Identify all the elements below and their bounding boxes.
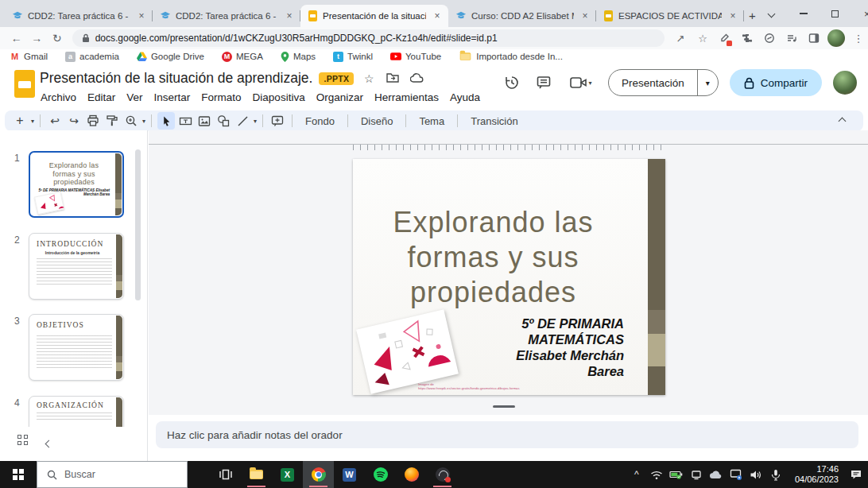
tab-cdd2-1[interactable]: CDD2: Tarea práctica 6 - Niv × xyxy=(5,5,153,27)
battery-icon[interactable] xyxy=(669,467,684,482)
speaker-icon[interactable] xyxy=(749,467,763,482)
insert-line-icon[interactable] xyxy=(234,112,251,130)
reload-icon[interactable]: ↻ xyxy=(47,28,68,48)
new-tab-button[interactable]: + xyxy=(749,5,756,25)
tab-presentacion-active[interactable]: Presentación de la situación × xyxy=(300,5,448,27)
tab-search-chevron-icon[interactable] xyxy=(756,0,788,27)
speaker-notes-input[interactable]: Haz clic para añadir notas del orador xyxy=(156,421,858,448)
present-button[interactable]: Presentación ▾ xyxy=(608,69,719,96)
menu-herramientas[interactable]: Herramientas xyxy=(369,89,444,106)
insert-comment-icon[interactable] xyxy=(269,112,286,130)
back-icon[interactable]: ← xyxy=(6,28,27,48)
zoom-caret-icon[interactable]: ▾ xyxy=(142,118,145,125)
select-tool-icon[interactable] xyxy=(157,112,175,130)
media-queue-icon[interactable] xyxy=(782,29,801,48)
tray-chevron-icon[interactable]: ^ xyxy=(630,467,644,482)
excel-button[interactable]: X xyxy=(272,461,303,488)
tab-close-icon[interactable]: × xyxy=(135,10,148,22)
taskbar-search-input[interactable]: Buscar xyxy=(37,461,188,488)
text-box-icon[interactable] xyxy=(176,112,194,130)
task-view-button[interactable] xyxy=(210,461,241,488)
chrome-button[interactable] xyxy=(303,461,334,488)
microphone-icon[interactable] xyxy=(769,467,783,482)
menu-ayuda[interactable]: Ayuda xyxy=(444,89,486,106)
address-bar[interactable]: docs.google.com/presentation/d/1wCKZugU3… xyxy=(72,29,665,47)
tab-espacios[interactable]: ESPACIOS DE ACTIVIDADES × xyxy=(596,5,744,27)
bookmark-mega[interactable]: MMEGA xyxy=(222,52,263,62)
present-options-caret-icon[interactable]: ▾ xyxy=(697,69,718,96)
menu-editar[interactable]: Editar xyxy=(82,89,121,106)
star-document-icon[interactable]: ☆ xyxy=(360,72,378,85)
onedrive-cloud-icon[interactable] xyxy=(709,467,723,482)
transition-button[interactable]: Transición xyxy=(463,115,525,127)
bookmark-gmail[interactable]: MGmail xyxy=(10,52,48,62)
tab-cdd2-2[interactable]: CDD2: Tarea práctica 6 - Niv × xyxy=(153,5,300,27)
move-to-folder-icon[interactable] xyxy=(384,72,401,85)
bookmark-folder-importado[interactable]: Importado desde In... xyxy=(459,52,563,61)
version-history-icon[interactable] xyxy=(502,72,522,93)
new-slide-caret-icon[interactable]: ▾ xyxy=(31,118,34,125)
menu-diapositiva[interactable]: Diapositiva xyxy=(247,89,311,106)
insert-shape-icon[interactable] xyxy=(215,112,232,130)
tab-close-icon[interactable]: × xyxy=(431,10,444,22)
google-slides-logo[interactable] xyxy=(14,70,35,98)
grid-view-icon[interactable] xyxy=(17,435,28,445)
menu-ver[interactable]: Ver xyxy=(121,89,148,106)
bookmark-google-drive[interactable]: Google Drive xyxy=(137,52,204,61)
collapse-toolbar-icon[interactable] xyxy=(833,112,851,130)
firefox-button[interactable] xyxy=(396,461,427,488)
share-button[interactable]: Compartir xyxy=(730,69,822,96)
account-avatar[interactable] xyxy=(833,71,857,95)
speed-extension-icon[interactable] xyxy=(760,29,779,48)
slide-title[interactable]: Explorando las formas y sus propiedades xyxy=(372,205,614,310)
slide-thumbnail-4[interactable]: ORGANIZACIÓN xyxy=(29,396,124,427)
tab-close-icon[interactable]: × xyxy=(579,10,591,22)
comments-icon[interactable] xyxy=(533,72,554,93)
forward-icon[interactable]: → xyxy=(27,28,48,48)
undo-icon[interactable]: ↩ xyxy=(46,112,64,130)
extensions-puzzle-icon[interactable] xyxy=(738,29,757,48)
taskbar-clock[interactable]: 17:46 04/06/2023 xyxy=(795,464,839,485)
notifications-icon[interactable] xyxy=(849,467,863,482)
bookmark-maps[interactable]: Maps xyxy=(281,52,316,62)
eyedropper-extension-icon[interactable] xyxy=(715,29,734,48)
bookmark-academia[interactable]: aacademia xyxy=(65,52,119,62)
share-page-icon[interactable]: ↗ xyxy=(671,29,690,48)
wifi-icon[interactable] xyxy=(649,467,664,482)
spotify-button[interactable] xyxy=(365,461,396,488)
close-window-icon[interactable]: × xyxy=(851,0,868,27)
start-button[interactable] xyxy=(0,461,37,488)
browser-menu-icon[interactable]: ⋮ xyxy=(849,29,868,48)
redo-icon[interactable]: ↪ xyxy=(65,112,83,130)
filmstrip-scrollbar[interactable] xyxy=(135,149,141,300)
paint-format-icon[interactable] xyxy=(103,112,121,130)
notes-resize-handle[interactable] xyxy=(493,405,515,408)
menu-organizar[interactable]: Organizar xyxy=(311,89,369,106)
current-slide[interactable]: Explorando las formas y sus propiedades … xyxy=(353,159,665,395)
tab-curso[interactable]: Curso: CDD A2 Elisabet Merc × xyxy=(448,5,596,27)
tab-close-icon[interactable]: × xyxy=(283,10,296,22)
bookmark-twinkl[interactable]: tTwinkl xyxy=(333,52,373,62)
layout-button[interactable]: Diseño xyxy=(354,115,400,127)
background-button[interactable]: Fondo xyxy=(298,115,342,127)
line-caret-icon[interactable]: ▾ xyxy=(254,118,257,125)
theme-button[interactable]: Tema xyxy=(412,115,451,127)
bookmark-youtube[interactable]: YouTube xyxy=(390,52,441,61)
slide-thumbnail-3[interactable]: OBJETIVOS xyxy=(29,314,124,381)
slide-thumbnail-1[interactable]: Explorando las formas y sus propiedades … xyxy=(29,151,124,218)
document-title[interactable]: Presentación de la situación de aprendiz… xyxy=(40,70,312,87)
menu-insertar[interactable]: Insertar xyxy=(149,89,196,106)
document-status-cloud-icon[interactable] xyxy=(408,72,425,85)
maximize-window-icon[interactable] xyxy=(820,0,851,27)
meet-camera-icon[interactable]: ▾ xyxy=(565,72,597,93)
new-slide-button[interactable]: + xyxy=(11,112,29,130)
screen-recorder-button[interactable] xyxy=(427,461,458,488)
slide-subtitle[interactable]: 5º DE PRIMARIA MATEMÁTICAS Elisabet Merc… xyxy=(516,316,624,379)
word-button[interactable]: W xyxy=(334,461,365,488)
geometric-shapes-image[interactable] xyxy=(356,309,459,393)
display-settings-icon[interactable] xyxy=(729,467,743,482)
slide-thumbnail-2[interactable]: INTRODUCCIÓN Introducción de la geometrí… xyxy=(29,233,124,300)
file-explorer-button[interactable] xyxy=(241,461,272,488)
menu-formato[interactable]: Formato xyxy=(196,89,246,106)
print-icon[interactable] xyxy=(84,112,102,130)
